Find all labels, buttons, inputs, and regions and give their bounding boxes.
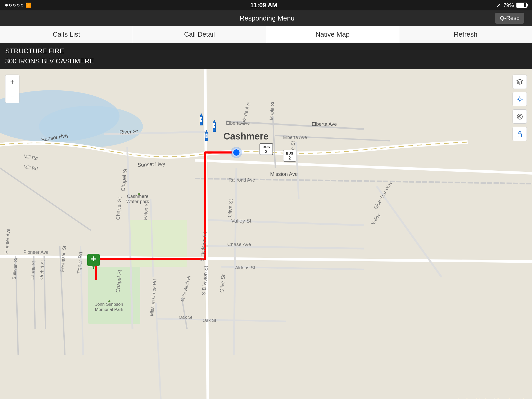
zoom-out-button[interactable]: −: [5, 89, 19, 103]
svg-point-65: [518, 98, 521, 101]
mapbox-link[interactable]: Mapbox: [476, 398, 493, 399]
crosshair-icon: [516, 96, 523, 103]
tab-calls-list[interactable]: Calls List: [0, 26, 133, 43]
svg-text:Water park: Water park: [126, 199, 149, 204]
svg-text:BUS: BUS: [263, 145, 270, 149]
map-container[interactable]: Cashmere River St Sunset Hwy Sunset Hwy …: [0, 69, 532, 399]
incident-type: STRUCTURE FIRE: [5, 46, 527, 56]
status-bar: 📶 11:09 AM ↗ 79%: [0, 0, 532, 10]
svg-rect-73: [518, 134, 522, 137]
svg-text:Railroad Ave: Railroad Ave: [229, 177, 255, 183]
svg-point-72: [519, 116, 520, 117]
svg-text:Oak St: Oak St: [203, 318, 216, 323]
svg-text:★: ★: [214, 125, 216, 127]
svg-point-62: [231, 147, 242, 158]
q-resp-button[interactable]: Q-Resp: [495, 13, 524, 24]
tab-call-detail[interactable]: Call Detail: [133, 26, 266, 43]
dot-2: [9, 4, 12, 6]
svg-text:Elberta Ave: Elberta Ave: [283, 135, 307, 140]
svg-text:Memorial Park: Memorial Park: [95, 307, 123, 312]
map-attribution: Leaflet | Mapbox | OpenStreetMap: [458, 398, 529, 399]
svg-point-2: [39, 106, 143, 147]
status-time: 11:09 AM: [250, 2, 277, 9]
svg-text:Chase Ave: Chase Ave: [227, 242, 251, 247]
svg-text:Pioneer Ave: Pioneer Ave: [23, 250, 49, 255]
svg-text:Valley St: Valley St: [231, 218, 251, 224]
crosshair-button[interactable]: [513, 92, 527, 106]
svg-text:★: ★: [201, 118, 203, 121]
incident-header: STRUCTURE FIRE 300 IRONS BLV CASHMERE: [0, 43, 532, 69]
map-svg: Cashmere River St Sunset Hwy Sunset Hwy …: [0, 69, 532, 399]
status-left: 📶: [5, 2, 31, 8]
target-button[interactable]: [513, 109, 527, 124]
svg-text:Elberta Ave: Elberta Ave: [312, 121, 337, 127]
dot-5: [21, 4, 23, 6]
tab-refresh[interactable]: Refresh: [399, 26, 532, 43]
layers-button[interactable]: [513, 75, 527, 89]
battery-fill: [517, 3, 524, 7]
leaflet-link[interactable]: Leaflet: [458, 398, 472, 399]
target-icon: [516, 113, 523, 120]
battery-percent: 79%: [503, 2, 514, 8]
tab-bar: Calls List Call Detail Native Map Refres…: [0, 26, 532, 43]
dot-3: [13, 4, 16, 6]
svg-text:★: ★: [206, 135, 208, 137]
dot-1: [5, 4, 8, 6]
lock-button[interactable]: [513, 127, 527, 141]
location-icon: ↗: [496, 2, 501, 8]
dot-4: [17, 4, 19, 6]
status-right: ↗ 79%: [496, 2, 527, 8]
zoom-controls: + −: [5, 75, 19, 103]
layers-icon: [516, 78, 523, 85]
svg-text:Elberta Ave: Elberta Ave: [226, 121, 250, 126]
map-controls-right: [513, 75, 527, 141]
svg-text:2: 2: [265, 149, 268, 154]
svg-text:2: 2: [289, 156, 291, 160]
svg-text:Mission Ave: Mission Ave: [270, 171, 298, 177]
svg-text:Aldous St: Aldous St: [235, 265, 255, 270]
svg-text:BUS: BUS: [286, 151, 293, 155]
svg-text:Cashmere: Cashmere: [223, 131, 269, 142]
svg-text:Oak St: Oak St: [179, 315, 192, 320]
zoom-in-button[interactable]: +: [5, 75, 19, 89]
battery-bar: [516, 3, 527, 8]
signal-dots: [5, 4, 23, 6]
lock-icon: [516, 130, 523, 138]
attribution-text: Leaflet | Mapbox | OpenStreetMap: [458, 398, 529, 399]
svg-text:+: +: [91, 254, 96, 264]
svg-text:River St: River St: [119, 129, 138, 135]
tab-native-map[interactable]: Native Map: [266, 26, 399, 43]
app-title: Responding Menu: [39, 14, 495, 22]
osm-link[interactable]: OpenStreetMap: [496, 398, 529, 399]
svg-text:✦: ✦: [137, 191, 141, 197]
svg-text:✦: ✦: [107, 298, 111, 304]
top-nav: Responding Menu Q-Resp: [0, 10, 532, 26]
incident-address: 300 IRONS BLV CASHMERE: [5, 56, 527, 66]
wifi-icon: 📶: [25, 2, 31, 8]
